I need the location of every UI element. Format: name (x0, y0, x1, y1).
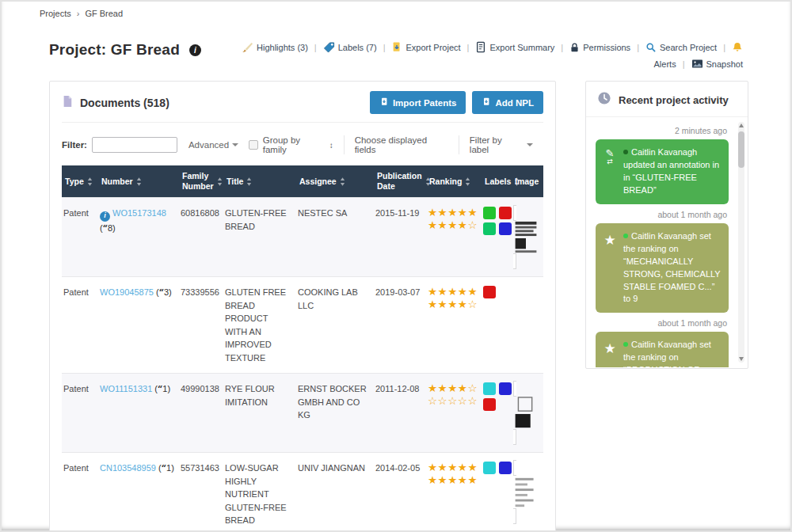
activity-card[interactable]: ✎⇄Caitlin Kavanagh updated an annotation… (596, 139, 729, 204)
activity-timestamp: 2 minutes ago (596, 126, 727, 135)
column-header-title[interactable]: Title (223, 165, 296, 197)
cell-assignee: COOKING LAB LLC (296, 277, 374, 321)
scroll-up-arrow-icon[interactable] (739, 124, 744, 127)
table-row[interactable]: PatentWO11151331 (“1)49990138RYE FLOUR I… (62, 373, 543, 452)
cell-labels (483, 382, 508, 411)
table-body: PatentiWO15173148 (“8)60816808GLUTEN-FRE… (62, 197, 543, 532)
status-dot (623, 150, 628, 154)
cell-title: GLUTEN FREE BREAD PRODUCT WITH AN IMPROV… (223, 277, 296, 373)
cell-assignee: UNIV JIANGNAN (296, 453, 374, 484)
label-swatch-blue[interactable] (499, 462, 512, 474)
checkbox-icon[interactable] (249, 140, 258, 150)
label-swatch-emerald[interactable] (483, 222, 496, 235)
activity-card[interactable]: ★Caitlin Kavanagh set the ranking on “PR… (596, 332, 729, 367)
table-row[interactable]: PatentCN103548959 (“1)55731463LOW-SUGAR … (62, 452, 543, 532)
cell-publication-date: 2011-12-08 (374, 374, 426, 405)
search-project-button[interactable]: Search Project (645, 42, 717, 53)
label-swatch-cyan[interactable] (483, 462, 496, 474)
snapshot-button[interactable]: Snapshot (691, 59, 743, 69)
cell-type: Patent (62, 374, 98, 405)
scrollbar-thumb[interactable] (738, 131, 744, 168)
column-header-ranking[interactable]: Ranking (426, 165, 482, 197)
patent-image-thumbnail[interactable] (513, 381, 541, 445)
column-header-type[interactable]: Type (62, 165, 98, 197)
search-icon (645, 42, 657, 53)
project-info-icon[interactable]: i (189, 44, 201, 56)
cell-image (512, 277, 545, 294)
citation-count: (“3) (156, 287, 172, 297)
scroll-down-arrow-icon[interactable] (739, 357, 744, 361)
breadcrumb-projects-link[interactable]: Projects (40, 9, 71, 18)
patent-number-link[interactable]: WO11151331 (100, 384, 152, 393)
label-swatch-red[interactable] (483, 398, 496, 411)
column-header-assignee[interactable]: Assignee (296, 165, 374, 197)
export-summary-button[interactable]: Export Summary (475, 41, 554, 53)
add-npl-button[interactable]: Add NPL (472, 91, 543, 114)
filter-bar: Filter: Advanced Group by family ↕ Choos… (62, 135, 543, 154)
label-swatch-red[interactable] (499, 207, 512, 219)
patent-number-link[interactable]: CN103548959 (100, 463, 156, 473)
column-header-family-number[interactable]: Family Number (179, 165, 223, 197)
cell-publication-date: 2015-11-19 (374, 198, 426, 229)
activity-scrollbar[interactable] (738, 122, 744, 363)
label-swatch-green[interactable] (483, 207, 496, 219)
patent-number-link[interactable]: WO19045875 (100, 287, 154, 297)
advanced-toggle[interactable]: Advanced (188, 140, 238, 150)
cell-type: Patent (62, 453, 98, 484)
citation-count: (“1) (154, 384, 170, 393)
documents-panel: Documents (518) Import Patents Add NPL F… (49, 81, 556, 532)
column-header-number[interactable]: Number (98, 165, 179, 197)
cell-title: LOW-SUGAR HIGHLY NUTRIENT GLUTEN-FREE BR… (223, 453, 296, 532)
ranking-stars[interactable]: ★★★★☆☆☆☆☆☆ (428, 382, 478, 407)
table-row[interactable]: PatentiWO15173148 (“8)60816808GLUTEN-FRE… (62, 197, 543, 276)
activity-text: Caitlin Kavanagh set the ranking on “MEC… (623, 230, 722, 306)
import-icon (379, 97, 389, 108)
cell-image (512, 374, 545, 452)
label-swatch-cyan[interactable] (483, 382, 496, 395)
info-icon[interactable]: i (100, 211, 110, 222)
permissions-button[interactable]: Permissions (569, 42, 630, 53)
choose-displayed-fields-button[interactable]: Choose displayed fields (344, 135, 459, 154)
export-project-button[interactable]: Export Project (391, 41, 460, 53)
table-row[interactable]: PatentWO19045875 (“3)73339556GLUTEN FREE… (62, 276, 543, 373)
group-by-family-checkbox[interactable]: Group by family ↕ (238, 135, 344, 154)
cell-family-number: 49990138 (179, 374, 223, 405)
ranking-stars[interactable]: ★★★★★★★★★★ (428, 462, 478, 486)
project-toolbar: Highlights (3) | Labels (7) | Export Pro… (242, 41, 743, 74)
patent-image-thumbnail[interactable] (513, 460, 541, 524)
cell-title: RYE FLOUR IMITATION (223, 374, 296, 417)
cell-labels (483, 462, 508, 474)
label-swatch-blue[interactable] (499, 382, 512, 395)
documents-icon (62, 95, 73, 111)
ranking-stars[interactable]: ★★★★★★★★★☆ (428, 207, 478, 231)
filter-by-label-dropdown[interactable]: Filter by label (459, 135, 543, 154)
highlights-button[interactable]: Highlights (3) (242, 41, 308, 53)
table-header-row: TypeNumberFamily NumberTitleAssigneePubl… (62, 165, 543, 197)
patent-image-thumbnail[interactable] (513, 205, 541, 269)
page-title: Project: GF Bread (49, 41, 180, 59)
alerts-bell-icon[interactable] (732, 41, 743, 53)
activity-text: Caitlin Kavanagh updated an annotation i… (623, 146, 722, 197)
patent-number-link[interactable]: WO15173148 (112, 208, 166, 218)
filter-input[interactable] (92, 137, 177, 153)
activity-timestamp: about 1 month ago (596, 210, 727, 219)
summary-doc-icon (475, 41, 486, 53)
column-header-labels[interactable]: Labels (482, 165, 512, 197)
export-icon (391, 41, 402, 53)
breadcrumb: Projects›GF Bread (40, 9, 123, 18)
citation-count: (“8) (100, 223, 116, 233)
breadcrumb-current: GF Bread (85, 9, 123, 18)
chevron-down-icon (527, 143, 533, 146)
ranking-stars[interactable]: ★★★★★★★★★☆ (428, 286, 478, 310)
alerts-button[interactable]: Alerts (654, 59, 676, 69)
activity-timestamp: about 1 month ago (596, 318, 727, 328)
activity-card[interactable]: ★Caitlin Kavanagh set the ranking on “ME… (596, 223, 729, 314)
clock-icon (597, 91, 611, 108)
column-header-publication-date[interactable]: Publication Date (374, 165, 426, 197)
labels-button[interactable]: Labels (7) (323, 41, 377, 53)
import-patents-button[interactable]: Import Patents (370, 91, 466, 114)
cell-family-number: 60816808 (179, 198, 223, 229)
label-swatch-red[interactable] (483, 286, 496, 298)
cell-publication-date: 2014-02-05 (374, 453, 426, 484)
label-swatch-blue[interactable] (499, 222, 512, 235)
